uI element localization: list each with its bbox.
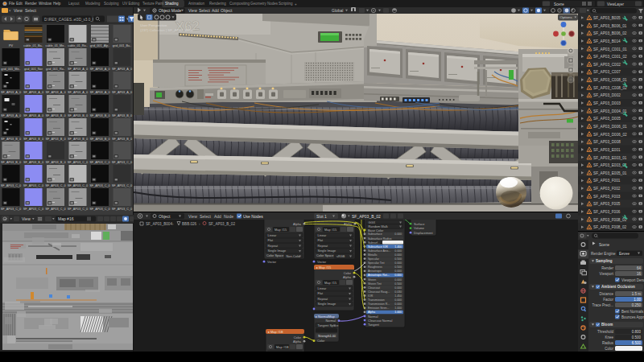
svg-text:SF_AP03_B_0: SF_AP03_B_0 xyxy=(45,114,65,117)
svg-text:Linear: Linear xyxy=(318,233,328,237)
svg-text:SF_AP03_B_02: SF_AP03_B_02 xyxy=(208,222,235,226)
svg-text:Volume: Volume xyxy=(414,226,424,230)
svg-text:Displacement: Displacement xyxy=(414,231,433,235)
svg-text:Tangent: Tangent xyxy=(368,323,380,327)
svg-text:▸ Map #15: ▸ Map #15 xyxy=(316,265,331,269)
svg-text:Ambient Occlusion: Ambient Occlusion xyxy=(601,285,635,289)
svg-text:Clearcoat: Clearcoat xyxy=(368,286,380,290)
svg-text:SF_AP03_B004: SF_AP03_B004 xyxy=(146,222,172,226)
svg-text:cable_01_Me..: cable_01_Me.. xyxy=(46,44,66,47)
svg-text:Clearcoat Roug...: Clearcoat Roug... xyxy=(368,290,390,294)
svg-text:SF_AP03_B_0: SF_AP03_B_0 xyxy=(112,138,132,141)
svg-text:Anisotropic: Anisotropic xyxy=(368,269,382,273)
svg-text:Specular Tint: Specular Tint xyxy=(368,261,384,265)
svg-text:Specular: Specular xyxy=(368,257,380,261)
svg-text:User Perspective: User Perspective xyxy=(140,23,167,27)
svg-text:SF_AP03_D005: SF_AP03_D005 xyxy=(593,117,621,121)
svg-text:SF_AP03_E005_01: SF_AP03_E005_01 xyxy=(593,171,627,175)
svg-text:Map #1B: Map #1B xyxy=(276,345,289,349)
svg-text:Distance: Distance xyxy=(599,292,613,296)
svg-text:Select: Select xyxy=(199,8,211,13)
svg-text:SF_AP03_B_0: SF_AP03_B_0 xyxy=(1,161,21,164)
svg-text:SF_AP03_A_0: SF_AP03_A_0 xyxy=(112,91,132,94)
svg-text:0.000: 0.000 xyxy=(394,261,402,265)
svg-text:Options: Options xyxy=(560,15,573,19)
svg-text:Use Nodes: Use Nodes xyxy=(243,214,263,219)
svg-text:Object: Object xyxy=(159,214,171,219)
svg-text:grid_001_Me..: grid_001_Me.. xyxy=(1,68,20,71)
svg-text:Geometry Nodes: Geometry Nodes xyxy=(250,2,279,6)
svg-text:Color: Color xyxy=(605,347,613,351)
svg-text:SF_AP03_D002: SF_AP03_D002 xyxy=(593,93,621,97)
svg-text:Texture Paint: Texture Paint xyxy=(142,2,164,6)
svg-text:Vector: Vector xyxy=(317,260,327,264)
svg-text:Alpha: Alpha xyxy=(343,275,352,279)
svg-text:0.000: 0.000 xyxy=(394,298,402,302)
svg-text:IOR: IOR xyxy=(368,294,374,298)
svg-text:SF_AP03_F006: SF_AP03_F006 xyxy=(593,210,621,214)
svg-text:SF_AP03_C007: SF_AP03_C007 xyxy=(593,70,621,74)
svg-text:Threshold: Threshold xyxy=(597,330,614,334)
svg-text:SF_AP03_E003_01: SF_AP03_E003_01 xyxy=(593,156,627,160)
svg-text:Sampling: Sampling xyxy=(596,259,613,263)
svg-text:Metallic: Metallic xyxy=(368,253,378,257)
svg-text:SF_AP03_C001_02: SF_AP03_C001_02 xyxy=(593,55,627,59)
svg-text:0.500: 0.500 xyxy=(394,282,402,286)
svg-text:1.00: 1.00 xyxy=(634,298,641,302)
svg-text:Alpha: Alpha xyxy=(293,339,302,343)
svg-text:ViewLayer: ViewLayer xyxy=(607,2,624,6)
svg-text:SF_AP03_C_0: SF_AP03_C_0 xyxy=(23,184,43,187)
svg-text:Edit: Edit xyxy=(16,2,23,6)
svg-text:Scene: Scene xyxy=(554,2,564,6)
svg-text:Repeat: Repeat xyxy=(318,244,328,248)
svg-text:SF_AP03_F002: SF_AP03_F002 xyxy=(593,187,621,191)
svg-text:Modeling: Modeling xyxy=(85,2,101,6)
svg-text:Trace Preci...: Trace Preci... xyxy=(592,303,613,307)
svg-text:Normal: Normal xyxy=(325,319,336,323)
svg-text:cable_01_Ba..: cable_01_Ba.. xyxy=(23,44,43,47)
svg-text:SF_AP03_C_0: SF_AP03_C_0 xyxy=(89,208,109,211)
svg-text:0.000: 0.000 xyxy=(394,269,402,273)
svg-text:Map #16: Map #16 xyxy=(58,216,74,221)
svg-text:SF_AP03_A_0: SF_AP03_A_0 xyxy=(89,68,109,71)
svg-text:SF_AP03_B_0: SF_AP03_B_0 xyxy=(45,161,65,164)
svg-text:SF_AP03_F003: SF_AP03_F003 xyxy=(593,195,621,199)
svg-text:SF_AP03_B_0: SF_AP03_B_0 xyxy=(89,114,109,117)
svg-text:File: File xyxy=(9,2,15,6)
svg-text:SF_AP03_C_0: SF_AP03_C_0 xyxy=(1,208,21,211)
svg-text:SF_AP03_C008_01: SF_AP03_C008_01 xyxy=(593,78,627,82)
svg-text:Flat: Flat xyxy=(318,291,324,295)
svg-text:Add: Add xyxy=(214,214,221,219)
svg-text:Surface: Surface xyxy=(414,222,424,226)
svg-text:(237) Collection | SF_AP03_B00: (237) Collection | SF_AP03_B004 xyxy=(140,28,193,32)
svg-text:Shading: Shading xyxy=(165,2,179,6)
svg-text:Animation: Animation xyxy=(188,2,205,6)
svg-text:0.030: 0.030 xyxy=(394,290,402,294)
svg-text:Vector: Vector xyxy=(267,260,277,264)
svg-text:Map #15: Map #15 xyxy=(324,228,336,232)
svg-text:SF_AP03_B_0: SF_AP03_B_0 xyxy=(1,138,21,141)
svg-text:SF_AP03_F005: SF_AP03_F005 xyxy=(593,202,621,206)
svg-text:View: View xyxy=(188,8,197,13)
svg-text:Flat: Flat xyxy=(268,238,274,242)
svg-text:Render: Render xyxy=(25,2,37,6)
svg-text:Object Mode: Object Mode xyxy=(159,8,182,13)
svg-text:SF_AP03_A_0: SF_AP03_A_0 xyxy=(89,91,109,94)
svg-text:SF_AP03_B005: SF_AP03_B005 xyxy=(593,16,621,20)
svg-text:Linear: Linear xyxy=(268,233,278,237)
svg-text:Subsurface: Subsurface xyxy=(368,232,382,236)
svg-text:0.250: 0.250 xyxy=(632,303,642,307)
svg-text:Subsurface IOR: Subsurface IOR xyxy=(368,245,388,249)
svg-text:1.000: 1.000 xyxy=(394,306,402,310)
svg-text:SF_AP03_B_0: SF_AP03_B_0 xyxy=(89,138,109,141)
svg-text:1.00: 1.00 xyxy=(329,334,336,338)
svg-text:grid_001_Ro..: grid_001_Ro.. xyxy=(46,68,65,71)
svg-text:SF_AP03_C_0: SF_AP03_C_0 xyxy=(89,184,109,187)
svg-text:Viewport: Viewport xyxy=(600,272,614,276)
svg-text:grid_001_Nor: grid_001_Nor xyxy=(24,68,43,71)
svg-text:Subsurf...: Subsurf... xyxy=(368,241,380,245)
svg-text:SF_AP03_C_0: SF_AP03_C_0 xyxy=(45,208,65,211)
svg-text:1.000: 1.000 xyxy=(394,311,402,314)
svg-text:SF_AP03_A_0: SF_AP03_A_0 xyxy=(1,114,21,117)
svg-text:Strength: Strength xyxy=(318,334,330,338)
